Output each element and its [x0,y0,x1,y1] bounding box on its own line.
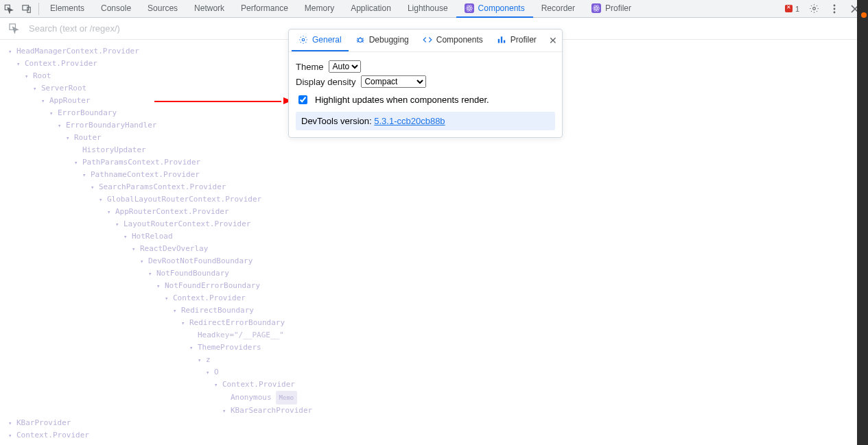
tab-sources[interactable]: Sources [139,0,186,18]
settings-tab-strip: General Debugging Components Profiler ✕ [289,29,562,52]
caret-icon: ▾ [16,58,22,70]
tab-profiler[interactable]: Profiler [583,0,640,18]
caret-icon: ▾ [198,354,203,366]
density-row: Display density Compact [296,75,555,88]
tree-node-label: ErrorBoundary [58,107,117,119]
tree-node[interactable]: ▾PathnameContext.Provider [8,169,856,181]
tree-node-label: KBarProvider [16,417,71,429]
tree-node[interactable]: ▾GlobalLayoutRouterContext.Provider [8,193,856,206]
tree-node[interactable]: AnonymousMemo [8,391,856,405]
tree-node[interactable]: ▾ReactDevOverlay [8,243,856,255]
tree-node[interactable]: ▾Context.Provider [8,378,856,391]
tree-node-label: Root [33,70,51,82]
caret-icon: ▾ [132,243,137,255]
tree-node[interactable]: ▾KBarProvider [8,417,856,429]
tree-node-label: Context.Provider [222,378,295,391]
tree-node-label: LayoutRouterContext.Provider [124,218,250,230]
devtools-version-link[interactable]: 5.3.1-ccb20cb88b [374,116,445,126]
caret-icon: ▾ [173,304,178,317]
tree-node-label: Context.Provider [16,429,89,442]
tree-node[interactable]: ▾LayoutRouterContext.Provider [8,218,856,230]
tree-node[interactable]: HistoryUpdater [8,144,856,156]
tree-node[interactable]: ▾RedirectErrorBoundary [8,317,856,329]
tree-node[interactable]: ▾SearchParamsContext.Provider [8,181,856,193]
tree-node[interactable]: ▾z [8,354,856,366]
tree-node[interactable]: ▾RedirectBoundary [8,304,856,317]
settings-tab-components[interactable]: Components [416,29,490,51]
tab-application[interactable]: Application [342,0,399,18]
caret-icon: ▾ [107,206,113,218]
settings-gear-icon[interactable] [805,0,823,18]
bar-chart-icon [497,35,506,45]
svg-rect-18 [498,39,500,43]
error-icon [785,5,793,12]
caret-icon: ▾ [8,429,14,442]
svg-point-16 [302,38,305,41]
tree-node-label: SearchParamsContext.Provider [99,181,226,193]
tab-network[interactable]: Network [186,0,233,18]
caret-icon: ▾ [74,156,80,169]
caret-icon: ▾ [156,280,162,292]
caret-icon: ▾ [8,417,14,429]
notification-dot-icon [861,12,867,18]
caret-icon: ▾ [222,405,228,417]
tree-node-label: ErrorBoundaryHandler [66,119,156,132]
tree-node[interactable]: ▾DevRootNotFoundBoundary [8,255,856,267]
tree-node[interactable]: ▾O [8,366,856,378]
caret-icon: ▾ [8,45,14,58]
devtools-toolbar: Elements Console Sources Network Perform… [0,0,868,18]
tree-node-label: HeadManagerContext.Provider [16,45,139,58]
element-picker-icon[interactable] [5,21,22,37]
tree-node-label: AppRouterContext.Provider [115,206,229,218]
inspect-element-icon[interactable] [0,0,18,18]
caret-icon: ▾ [82,169,88,181]
tree-node-label: NotFoundBoundary [156,267,229,280]
tree-node[interactable]: ▾NotFoundBoundary [8,267,856,280]
caret-icon: ▾ [165,292,170,304]
tree-node[interactable]: ▾AppRouterContext.Provider [8,206,856,218]
react-icon [465,3,474,13]
highlight-row: Highlight updates when components render… [296,93,555,106]
error-indicator[interactable]: 1 [782,5,802,13]
tab-components[interactable]: Components [456,0,533,18]
tree-node[interactable]: ▾KBarSearchProvider [8,405,856,417]
tree-node-label: NotFoundErrorBoundary [165,280,260,292]
svg-point-14 [834,11,836,13]
tree-node[interactable]: ▾Context.Provider [8,429,856,442]
device-toolbar-icon[interactable] [18,0,36,18]
tree-node[interactable]: Head key="/__PAGE__" [8,329,856,341]
tree-node-label: Context.Provider [25,58,97,70]
svg-rect-20 [504,40,505,43]
tree-node[interactable]: ▾ThemeProviders [8,341,856,354]
tree-node[interactable]: ▾Context.Provider [8,292,856,304]
highlight-checkbox[interactable] [298,95,307,104]
settings-tab-debugging[interactable]: Debugging [349,29,416,51]
tree-node[interactable]: ▾HotReload [8,230,856,243]
tree-node[interactable]: ▾NotFoundErrorBoundary [8,280,856,292]
tab-console[interactable]: Console [93,0,139,18]
density-select[interactable]: Compact [361,75,426,88]
svg-point-11 [812,8,815,10]
devtools-version-row: DevTools version: 5.3.1-ccb20cb88b [296,112,555,130]
tab-memory[interactable]: Memory [296,0,342,18]
tab-recorder[interactable]: Recorder [533,0,583,18]
settings-tab-profiler[interactable]: Profiler [490,29,543,51]
tree-node-label: ThemeProviders [198,341,261,354]
devtools-version-label: DevTools version: [301,116,372,126]
tab-performance[interactable]: Performance [233,0,296,18]
tree-node-label: ServerRoot [41,82,86,95]
tree-node-key: key="/__PAGE__" [216,329,284,341]
caret-icon: ▾ [148,267,154,280]
tab-lighthouse[interactable]: Lighthouse [399,0,456,18]
caret-icon: ▾ [49,107,55,119]
settings-close-icon[interactable]: ✕ [543,35,563,46]
caret-icon: ▾ [214,378,220,391]
tree-node-label: Router [74,132,102,144]
tab-elements[interactable]: Elements [42,0,93,18]
tree-node[interactable]: ▾PathParamsContext.Provider [8,156,856,169]
settings-tab-general[interactable]: General [292,29,349,51]
caret-icon: ▾ [124,230,129,243]
more-menu-icon[interactable] [825,0,843,18]
caret-icon: ▾ [99,193,104,206]
theme-select[interactable]: Auto [329,60,361,73]
